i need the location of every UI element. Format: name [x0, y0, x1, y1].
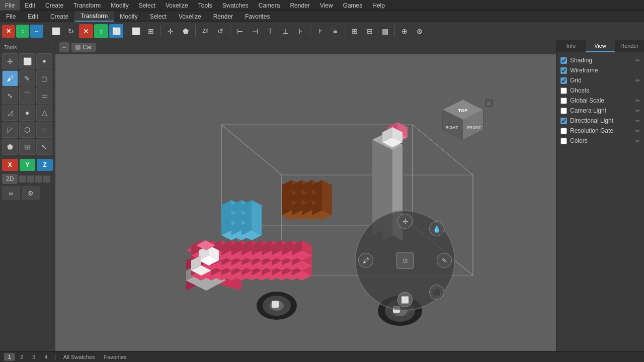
tab-favorites[interactable]: Favorites — [239, 11, 276, 22]
swatch-tab-all[interactable]: All Swatches — [59, 353, 99, 361]
view-option-wireframe[interactable]: Wireframe — [558, 65, 642, 75]
menu-edit[interactable]: Edit — [20, 0, 40, 11]
tab-modify[interactable]: Modify — [114, 11, 143, 22]
select-move-icon[interactable]: ✕ — [2, 25, 15, 38]
menu-render[interactable]: Render — [285, 0, 314, 11]
tool-triangle[interactable]: △ — [36, 105, 52, 121]
shading-edit-icon[interactable]: ✏ — [635, 57, 640, 64]
axis-x-btn[interactable]: X — [2, 159, 18, 171]
menu-modify[interactable]: Modify — [106, 0, 133, 11]
tab-create[interactable]: Create — [44, 11, 74, 22]
tool-paint-add[interactable]: ✎ — [19, 70, 35, 86]
tool-infinity[interactable]: ∞ — [2, 186, 20, 200]
mirror-b-icon[interactable]: ⬜ — [109, 24, 123, 38]
menu-help[interactable]: Help — [367, 0, 390, 11]
arrange3-icon[interactable]: ▤ — [378, 24, 392, 38]
menu-create[interactable]: Create — [40, 0, 68, 11]
move-y-icon[interactable]: ↕ — [16, 25, 29, 38]
tool-cylinder[interactable]: ⬡ — [19, 122, 35, 138]
tool-lasso[interactable]: ⌒ — [19, 87, 35, 104]
radial-cube-btn[interactable]: ⬛ — [429, 285, 444, 300]
menu-transform[interactable]: Transform — [68, 0, 106, 11]
bbox-icon[interactable]: ⬜ — [129, 24, 143, 38]
breadcrumb-back-btn[interactable]: ← — [59, 42, 69, 52]
align-top-icon[interactable]: ⊥ — [278, 24, 292, 38]
axis-z-btn[interactable]: Z — [37, 159, 53, 171]
radial-center-btn[interactable]: ⊡ — [396, 252, 414, 269]
count-icon[interactable]: 2X — [198, 24, 212, 38]
tab-select[interactable]: Select — [144, 11, 173, 22]
swatch-tab-3[interactable]: 3 — [28, 353, 39, 361]
radial-square-btn[interactable]: ⬜ — [397, 292, 413, 307]
swatch-tab-4[interactable]: 4 — [40, 353, 51, 361]
move-tool-icon[interactable]: ✛ — [164, 24, 178, 38]
menu-select[interactable]: Select — [134, 0, 160, 11]
global-scale-checkbox[interactable] — [560, 98, 567, 104]
view-option-grid[interactable]: Grid ✏ — [558, 75, 642, 85]
menu-tools[interactable]: Tools — [193, 0, 217, 11]
tool-expand[interactable]: ⤡ — [36, 139, 52, 155]
menu-games[interactable]: Games — [338, 0, 368, 11]
move-z-icon[interactable]: ↔ — [30, 25, 43, 38]
tool-erase[interactable]: ◻ — [36, 70, 52, 86]
menu-file[interactable]: File — [0, 0, 20, 11]
colors-checkbox[interactable] — [560, 138, 567, 144]
resolution-gate-edit-icon[interactable]: ✏ — [635, 128, 640, 134]
tab-render[interactable]: Render — [207, 11, 239, 22]
tool-select[interactable]: ✛ — [2, 53, 18, 69]
distribute-h-icon[interactable]: ⊧ — [313, 24, 327, 38]
resolution-gate-checkbox[interactable] — [560, 128, 567, 134]
menu-voxelize[interactable]: Voxelize — [160, 0, 193, 11]
swatch-tab-favorites[interactable]: Favorites — [100, 353, 131, 361]
view-dot-3[interactable] — [35, 175, 42, 183]
right-tab-render[interactable]: Render — [615, 40, 644, 52]
history-icon[interactable]: ↺ — [213, 24, 227, 38]
rotate-icon[interactable]: ↻ — [64, 24, 78, 38]
menu-swatches[interactable]: Swatches — [217, 0, 254, 11]
tool-curve[interactable]: ∿ — [2, 87, 18, 104]
view-option-resolution-gate[interactable]: Resolution Gate ✏ — [558, 126, 642, 136]
view-option-shading[interactable]: Shading ✏ — [558, 55, 642, 65]
arrange2-icon[interactable]: ⊟ — [363, 24, 377, 38]
align-left-icon[interactable]: ⊢ — [233, 24, 247, 38]
wireframe-checkbox[interactable] — [560, 67, 567, 74]
layers2-icon[interactable]: ⊗ — [413, 24, 427, 38]
tool-layers[interactable]: ≣ — [36, 122, 52, 138]
view-dot-4[interactable] — [43, 175, 50, 183]
tool-stamp[interactable]: ⬟ — [2, 139, 18, 155]
view-option-directional-light[interactable]: Directional Light ✏ — [558, 116, 642, 126]
tool-sphere[interactable]: ● — [19, 105, 35, 121]
tab-edit[interactable]: Edit — [22, 11, 44, 22]
tool-wedge2[interactable]: ◸ — [2, 122, 18, 138]
align-middle-icon[interactable]: ⊦ — [293, 24, 307, 38]
tool-rect[interactable]: ▭ — [36, 87, 52, 104]
tab-file[interactable]: File — [0, 11, 22, 22]
tool-box-select[interactable]: ⬜ — [19, 53, 35, 69]
colors-edit-icon[interactable]: ✏ — [635, 138, 640, 144]
grid-checkbox[interactable] — [560, 77, 567, 84]
align-right-icon[interactable]: ⊤ — [263, 24, 277, 38]
tab-transform[interactable]: Transform — [74, 11, 114, 22]
swatch-tab-1[interactable]: 1 — [4, 353, 15, 361]
radial-eyedrop-btn[interactable]: 💧 — [429, 221, 444, 236]
axis-y-btn[interactable]: Y — [20, 159, 36, 171]
right-tab-view[interactable]: View — [586, 40, 615, 52]
breadcrumb-car[interactable]: Car — [71, 43, 96, 52]
distribute-v-icon[interactable]: ≡ — [328, 24, 342, 38]
radial-paint-btn[interactable]: 🖍 — [358, 253, 373, 268]
tool-wedge[interactable]: ◿ — [2, 105, 18, 121]
layers-icon[interactable]: ⊕ — [397, 24, 412, 38]
tool-pick[interactable]: ✦ — [36, 53, 52, 69]
menu-view[interactable]: View — [315, 0, 338, 11]
directional-light-checkbox[interactable] — [560, 118, 567, 124]
tool-paint[interactable]: 🖌 — [2, 70, 18, 86]
tool-magnet[interactable]: ⚙ — [22, 186, 40, 200]
camera-light-checkbox[interactable] — [560, 108, 567, 114]
directional-light-edit-icon[interactable]: ✏ — [635, 118, 640, 124]
2d-view-btn[interactable]: 2D — [2, 174, 18, 184]
right-tab-info[interactable]: Info — [556, 40, 586, 52]
align-center-h-icon[interactable]: ⊣ — [248, 24, 262, 38]
tool-chunk[interactable]: ⊞ — [19, 139, 35, 155]
mirror-g-icon[interactable]: ↕ — [94, 24, 108, 38]
flatten-icon[interactable]: ⬜ — [49, 24, 63, 38]
